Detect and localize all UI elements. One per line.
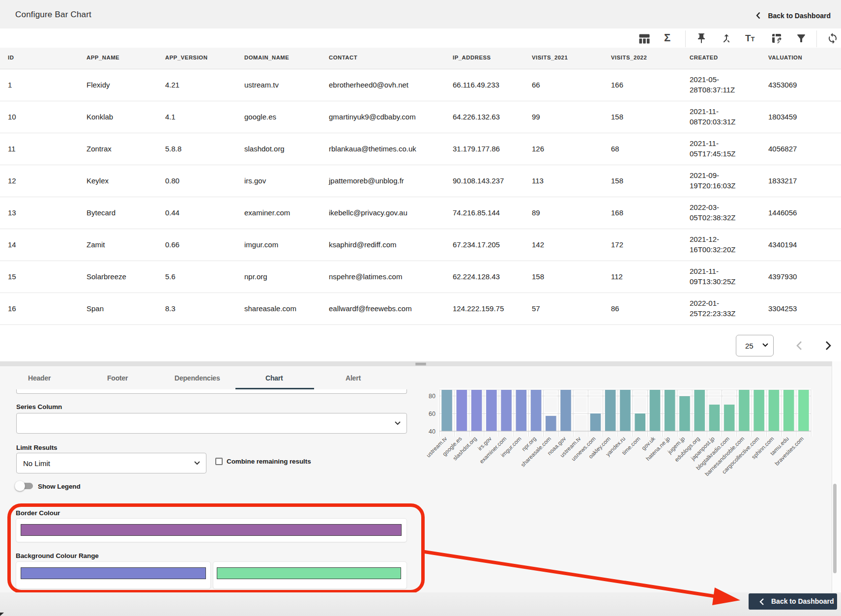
svg-text:60: 60 [429, 411, 435, 417]
svg-text:80: 80 [429, 393, 435, 400]
svg-text:40: 40 [429, 428, 435, 435]
